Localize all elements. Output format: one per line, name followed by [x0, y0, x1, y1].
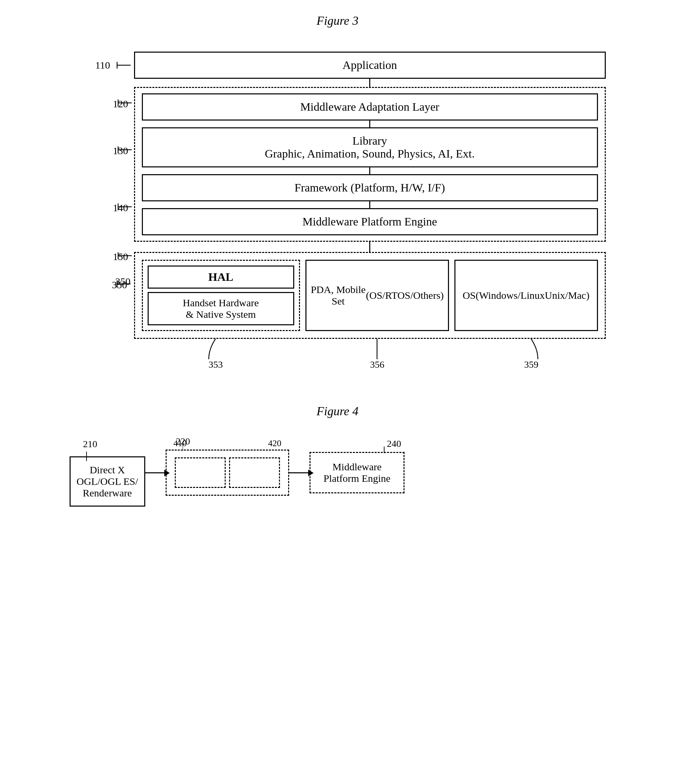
- connector-130-140: [369, 167, 370, 174]
- pda-box: PDA, Mobile Set (OS/RTOS/Others): [306, 260, 449, 331]
- hal-dashed-box: HAL Handset Hardware & Native System: [142, 260, 300, 331]
- bracket-120: [115, 96, 135, 110]
- application-box: Application: [134, 51, 606, 79]
- middleware-platform-engine-box: Middleware Platform Engine: [142, 208, 598, 235]
- pda-connector-area: 356: [303, 339, 452, 370]
- ref-210: 210: [83, 439, 98, 450]
- middleware-platform-engine-fig4: Middleware Platform Engine: [309, 452, 405, 493]
- hal-connector-area: 353: [134, 339, 298, 370]
- connector-mid-bottom: [369, 242, 370, 252]
- bracket-140: [115, 200, 135, 213]
- fig4-inner-box-420: [229, 457, 280, 488]
- pda-curve-svg: [363, 339, 391, 359]
- directx-box: Direct X OGL/OGL ES/ Renderware: [70, 456, 145, 507]
- figure3-container: Figure 3 110 Application 12: [49, 14, 626, 384]
- connector-120-130: [369, 121, 370, 128]
- bracket-150: [115, 249, 135, 263]
- ref-410: 410: [174, 438, 187, 448]
- framework-box: Framework (Platform, H/W, I/F): [142, 174, 598, 201]
- figure4-container: Figure 4 210 Direct X OGL/OGL ES/ Render…: [49, 404, 626, 517]
- ref-420: 420: [268, 438, 281, 448]
- ref-240-arrow: [377, 446, 391, 457]
- figure4-title: Figure 4: [49, 404, 626, 418]
- hal-curve-svg: [202, 339, 229, 359]
- bracket-110: [114, 58, 134, 72]
- arrow-group-to-middleware: [289, 472, 309, 473]
- os-connector-area: 359: [457, 339, 605, 370]
- bracket-350: [114, 277, 134, 291]
- middleware-adaptation-box: Middleware Adaptation Layer: [142, 93, 598, 121]
- ref-356: 356: [370, 359, 384, 370]
- hal-sub: Handset Hardware & Native System: [147, 292, 294, 325]
- hal-title: HAL: [147, 266, 294, 289]
- ref-359: 359: [524, 359, 538, 370]
- ref-353: 353: [208, 359, 223, 370]
- connector-140-150: [369, 201, 370, 208]
- ref-110: 110: [70, 59, 114, 71]
- connector-110-120: [369, 79, 370, 87]
- fig4-inner-box-410: [175, 457, 226, 488]
- bracket-130: [115, 143, 135, 157]
- figure3-title: Figure 3: [49, 14, 626, 28]
- os-box: OS (Windows/Linux Unix/Mac): [455, 260, 598, 331]
- arrow-directx-to-group: [145, 472, 166, 473]
- os-curve-svg: [518, 339, 545, 359]
- library-box: Library Graphic, Animation, Sound, Physi…: [142, 128, 598, 167]
